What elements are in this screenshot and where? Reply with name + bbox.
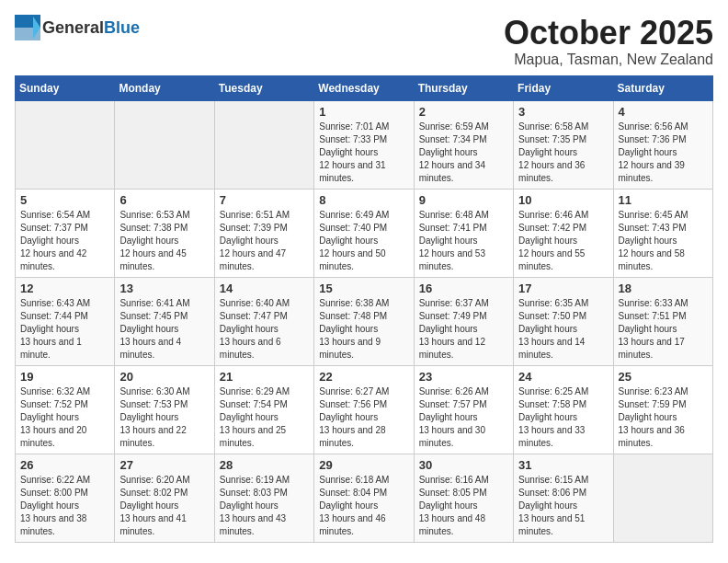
day-number: 18 (619, 282, 708, 295)
calendar-cell: 9Sunrise: 6:48 AMSunset: 7:41 PMDaylight… (414, 189, 513, 277)
calendar-cell: 5Sunrise: 6:54 AMSunset: 7:37 PMDaylight… (16, 189, 115, 277)
day-number: 22 (319, 370, 408, 384)
day-number: 20 (119, 370, 209, 384)
page-header: GeneralBlue October 2025 Mapua, Tasman, … (15, 15, 713, 68)
calendar-cell: 3Sunrise: 6:58 AMSunset: 7:35 PMDaylight… (514, 100, 613, 189)
day-number: 1 (319, 105, 408, 119)
calendar-cell (16, 100, 115, 189)
day-number: 16 (419, 282, 508, 295)
month-title: October 2025 (504, 15, 713, 52)
day-number: 30 (419, 458, 508, 472)
calendar-cell: 16Sunrise: 6:37 AMSunset: 7:49 PMDayligh… (414, 277, 513, 365)
day-number: 4 (619, 105, 708, 119)
calendar-table: SundayMondayTuesdayWednesdayThursdayFrid… (15, 75, 713, 543)
column-header-saturday: Saturday (613, 75, 712, 100)
logo-icon (15, 15, 40, 40)
day-detail: Sunrise: 6:20 AMSunset: 8:02 PMDaylight … (119, 474, 209, 538)
calendar-cell: 8Sunrise: 6:49 AMSunset: 7:40 PMDaylight… (314, 189, 414, 277)
calendar-cell: 18Sunrise: 6:33 AMSunset: 7:51 PMDayligh… (613, 277, 712, 365)
day-number: 3 (518, 105, 608, 119)
calendar-week-row: 5Sunrise: 6:54 AMSunset: 7:37 PMDaylight… (16, 189, 713, 277)
day-number: 24 (518, 370, 608, 384)
calendar-cell: 24Sunrise: 6:25 AMSunset: 7:58 PMDayligh… (514, 365, 613, 454)
day-detail: Sunrise: 6:43 AMSunset: 7:44 PMDaylight … (20, 297, 109, 362)
calendar-cell: 29Sunrise: 6:18 AMSunset: 8:04 PMDayligh… (314, 454, 414, 542)
calendar-cell: 20Sunrise: 6:30 AMSunset: 7:53 PMDayligh… (115, 365, 214, 454)
day-detail: Sunrise: 6:33 AMSunset: 7:51 PMDaylight … (619, 297, 708, 362)
calendar-cell: 19Sunrise: 6:32 AMSunset: 7:52 PMDayligh… (16, 365, 115, 454)
calendar-cell: 31Sunrise: 6:15 AMSunset: 8:06 PMDayligh… (514, 454, 613, 542)
day-detail: Sunrise: 6:32 AMSunset: 7:52 PMDaylight … (20, 385, 109, 450)
title-area: October 2025 Mapua, Tasman, New Zealand (504, 15, 713, 68)
day-number: 5 (20, 193, 109, 207)
day-detail: Sunrise: 6:16 AMSunset: 8:05 PMDaylight … (419, 474, 508, 538)
logo: GeneralBlue (15, 15, 140, 40)
calendar-cell: 4Sunrise: 6:56 AMSunset: 7:36 PMDaylight… (613, 100, 712, 189)
day-detail: Sunrise: 6:37 AMSunset: 7:49 PMDaylight … (419, 297, 508, 362)
day-detail: Sunrise: 6:49 AMSunset: 7:40 PMDaylight … (319, 209, 408, 273)
day-detail: Sunrise: 6:56 AMSunset: 7:36 PMDaylight … (619, 121, 708, 185)
day-detail: Sunrise: 6:19 AMSunset: 8:03 PMDaylight … (220, 474, 309, 538)
day-number: 2 (419, 105, 508, 119)
day-number: 25 (619, 370, 708, 384)
calendar-cell: 28Sunrise: 6:19 AMSunset: 8:03 PMDayligh… (214, 454, 313, 542)
calendar-week-row: 26Sunrise: 6:22 AMSunset: 8:00 PMDayligh… (16, 454, 713, 542)
day-detail: Sunrise: 6:45 AMSunset: 7:43 PMDaylight … (619, 209, 708, 273)
calendar-cell: 1Sunrise: 7:01 AMSunset: 7:33 PMDaylight… (314, 100, 414, 189)
day-detail: Sunrise: 6:15 AMSunset: 8:06 PMDaylight … (518, 474, 608, 538)
calendar-cell: 21Sunrise: 6:29 AMSunset: 7:54 PMDayligh… (214, 365, 313, 454)
calendar-cell: 7Sunrise: 6:51 AMSunset: 7:39 PMDaylight… (214, 189, 313, 277)
logo-blue: Blue (104, 18, 140, 37)
calendar-week-row: 1Sunrise: 7:01 AMSunset: 7:33 PMDaylight… (16, 100, 713, 189)
calendar-cell: 15Sunrise: 6:38 AMSunset: 7:48 PMDayligh… (314, 277, 414, 365)
calendar-cell: 11Sunrise: 6:45 AMSunset: 7:43 PMDayligh… (613, 189, 712, 277)
day-detail: Sunrise: 6:59 AMSunset: 7:34 PMDaylight … (419, 121, 508, 185)
day-detail: Sunrise: 6:53 AMSunset: 7:38 PMDaylight … (119, 209, 209, 273)
logo-general: General (42, 18, 104, 37)
calendar-cell: 2Sunrise: 6:59 AMSunset: 7:34 PMDaylight… (414, 100, 513, 189)
day-detail: Sunrise: 6:26 AMSunset: 7:57 PMDaylight … (419, 385, 508, 450)
location-title: Mapua, Tasman, New Zealand (504, 52, 713, 68)
day-number: 7 (220, 193, 309, 207)
calendar-week-row: 12Sunrise: 6:43 AMSunset: 7:44 PMDayligh… (16, 277, 713, 365)
day-detail: Sunrise: 6:23 AMSunset: 7:59 PMDaylight … (619, 385, 708, 450)
day-number: 6 (119, 193, 209, 207)
day-number: 19 (20, 370, 109, 384)
day-number: 23 (419, 370, 508, 384)
day-detail: Sunrise: 6:54 AMSunset: 7:37 PMDaylight … (20, 209, 109, 273)
calendar-cell: 13Sunrise: 6:41 AMSunset: 7:45 PMDayligh… (115, 277, 214, 365)
day-detail: Sunrise: 6:41 AMSunset: 7:45 PMDaylight … (119, 297, 209, 362)
day-detail: Sunrise: 6:40 AMSunset: 7:47 PMDaylight … (220, 297, 309, 362)
day-number: 11 (619, 193, 708, 207)
calendar-cell: 12Sunrise: 6:43 AMSunset: 7:44 PMDayligh… (16, 277, 115, 365)
day-number: 31 (518, 458, 608, 472)
column-header-friday: Friday (514, 75, 613, 100)
day-number: 12 (20, 282, 109, 295)
column-header-monday: Monday (115, 75, 214, 100)
column-header-wednesday: Wednesday (314, 75, 414, 100)
day-number: 9 (419, 193, 508, 207)
day-detail: Sunrise: 6:38 AMSunset: 7:48 PMDaylight … (319, 297, 408, 362)
calendar-cell: 17Sunrise: 6:35 AMSunset: 7:50 PMDayligh… (514, 277, 613, 365)
calendar-cell (613, 454, 712, 542)
column-header-sunday: Sunday (16, 75, 115, 100)
day-number: 21 (220, 370, 309, 384)
day-detail: Sunrise: 6:22 AMSunset: 8:00 PMDaylight … (20, 474, 109, 538)
calendar-cell (214, 100, 313, 189)
calendar-cell: 27Sunrise: 6:20 AMSunset: 8:02 PMDayligh… (115, 454, 214, 542)
calendar-week-row: 19Sunrise: 6:32 AMSunset: 7:52 PMDayligh… (16, 365, 713, 454)
calendar-cell (115, 100, 214, 189)
day-number: 27 (119, 458, 209, 472)
calendar-body: 1Sunrise: 7:01 AMSunset: 7:33 PMDaylight… (16, 100, 713, 542)
day-number: 13 (119, 282, 209, 295)
calendar-cell: 22Sunrise: 6:27 AMSunset: 7:56 PMDayligh… (314, 365, 414, 454)
calendar-cell: 26Sunrise: 6:22 AMSunset: 8:00 PMDayligh… (16, 454, 115, 542)
day-number: 29 (319, 458, 408, 472)
calendar-cell: 6Sunrise: 6:53 AMSunset: 7:38 PMDaylight… (115, 189, 214, 277)
calendar-cell: 23Sunrise: 6:26 AMSunset: 7:57 PMDayligh… (414, 365, 513, 454)
day-number: 15 (319, 282, 408, 295)
day-detail: Sunrise: 6:27 AMSunset: 7:56 PMDaylight … (319, 385, 408, 450)
day-detail: Sunrise: 6:29 AMSunset: 7:54 PMDaylight … (220, 385, 309, 450)
day-detail: Sunrise: 6:58 AMSunset: 7:35 PMDaylight … (518, 121, 608, 185)
day-number: 14 (220, 282, 309, 295)
